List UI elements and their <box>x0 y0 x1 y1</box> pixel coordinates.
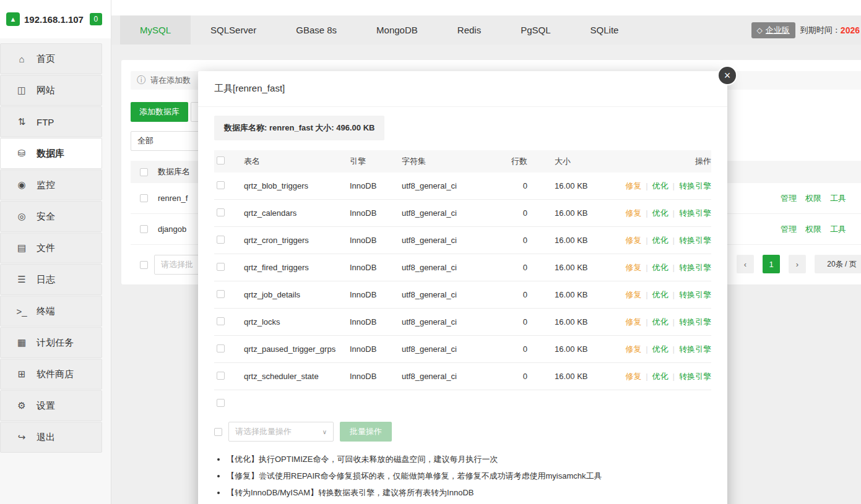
row-checkbox[interactable] <box>140 225 148 233</box>
select-all-checkbox[interactable] <box>140 168 148 176</box>
sidebar-item[interactable]: ◎ 安全 <box>0 201 102 232</box>
table-ops: 修复|优化|转换引擎 <box>623 341 711 357</box>
manage-link[interactable]: 管理 <box>781 193 797 204</box>
optimize-link[interactable]: 优化 <box>652 372 668 381</box>
optimize-link[interactable]: 优化 <box>652 317 668 327</box>
optimize-link[interactable]: 优化 <box>652 344 668 354</box>
db-type-tab[interactable]: PgSQL <box>501 15 570 45</box>
sidebar-item[interactable]: ↪ 退出 <box>0 422 102 453</box>
convert-engine-link[interactable]: 转换引擎 <box>679 181 711 190</box>
sidebar-item[interactable]: ⌂ 首页 <box>0 43 102 74</box>
perm-link[interactable]: 权限 <box>805 224 821 235</box>
tab-label: MongoDB <box>376 25 418 35</box>
table-size: 16.00 KB <box>530 315 623 329</box>
sidebar-item[interactable]: >_ 终端 <box>0 296 102 327</box>
sidebar-item[interactable]: ▤ 文件 <box>0 233 102 263</box>
page-size-select[interactable]: 20条 / 页 <box>815 255 861 273</box>
sidebar-item[interactable]: ☰ 日志 <box>0 264 102 295</box>
convert-engine-link[interactable]: 转换引擎 <box>679 236 711 245</box>
table-row: qrtz_fired_triggers InnoDB utf8_general_… <box>214 254 711 281</box>
sidebar-item[interactable]: ◫ 网站 <box>0 75 102 106</box>
sidebar-item[interactable]: ⊞ 软件商店 <box>0 359 102 390</box>
prev-page-button[interactable]: ‹ <box>737 255 754 273</box>
sidebar-item[interactable]: ⛁ 数据库 <box>0 138 102 169</box>
tool-link[interactable]: 工具 <box>830 193 846 204</box>
convert-engine-link[interactable]: 转换引擎 <box>679 317 711 327</box>
sidebar-item[interactable]: ⇅ FTP <box>0 106 102 137</box>
optimize-link[interactable]: 优化 <box>652 208 668 218</box>
convert-engine-link[interactable]: 转换引擎 <box>679 372 711 381</box>
db-type-tab[interactable]: Redis <box>438 15 501 45</box>
db-type-tab[interactable]: MySQL <box>120 15 191 45</box>
batch-action-dropdown[interactable]: 请选择批量操作 ∨ <box>228 422 334 442</box>
sidebar-item[interactable]: ⚙ 设置 <box>0 390 102 421</box>
sidebar-menu: ⌂ 首页 ◫ 网站 ⇅ FTP ⛁ 数据库 ◉ 监控 <box>0 43 111 453</box>
row-checkbox[interactable] <box>217 236 225 244</box>
row-checkbox[interactable] <box>217 399 225 407</box>
next-page-button[interactable]: › <box>789 255 806 273</box>
row-checkbox[interactable] <box>140 194 148 202</box>
repair-link[interactable]: 修复 <box>625 317 641 327</box>
message-count-badge: 0 <box>90 13 102 25</box>
help-note: 【修复】尝试使用REPAIR命令修复损坏的表，仅能做简单修复，若修复不成功请考虑… <box>227 471 711 482</box>
optimize-link[interactable]: 优化 <box>652 290 668 299</box>
separator: | <box>646 181 647 190</box>
table-charset: utf8_general_ci <box>402 206 480 220</box>
repair-link[interactable]: 修复 <box>625 181 641 190</box>
row-checkbox[interactable] <box>217 181 225 189</box>
table-name: qrtz_scheduler_state <box>244 369 350 385</box>
edition-badge[interactable]: ◇ 企业版 <box>751 22 795 38</box>
row-checkbox[interactable] <box>217 317 225 325</box>
convert-engine-link[interactable]: 转换引擎 <box>679 208 711 218</box>
optimize-link[interactable]: 优化 <box>652 181 668 190</box>
convert-engine-link[interactable]: 转换引擎 <box>679 290 711 299</box>
logs-icon: ☰ <box>15 274 28 285</box>
row-checkbox[interactable] <box>217 290 225 298</box>
repair-link[interactable]: 修复 <box>625 290 641 299</box>
optimize-link[interactable]: 优化 <box>652 263 668 272</box>
manage-link[interactable]: 管理 <box>781 224 797 235</box>
add-database-button[interactable]: 添加数据库 <box>131 102 188 122</box>
panel-logo-icon: ▲ <box>6 12 20 26</box>
tab-label: Redis <box>457 25 481 35</box>
files-icon: ▤ <box>15 242 28 254</box>
repair-link[interactable]: 修复 <box>625 344 641 354</box>
repair-link[interactable]: 修复 <box>625 208 641 218</box>
close-button[interactable]: × <box>717 66 737 85</box>
convert-engine-link[interactable]: 转换引擎 <box>679 263 711 272</box>
batch-checkbox[interactable] <box>140 261 148 269</box>
perm-link[interactable]: 权限 <box>805 193 821 204</box>
sidebar-item-label: 数据库 <box>37 148 64 160</box>
column-dbname: 数据库名 <box>158 166 190 177</box>
row-checkbox[interactable] <box>217 344 225 352</box>
row-checkbox[interactable] <box>217 263 225 271</box>
table-engine: InnoDB <box>350 260 402 275</box>
table-size: 16.00 KB <box>530 369 623 383</box>
db-type-tab[interactable]: MongoDB <box>357 15 438 45</box>
db-type-tab[interactable]: SQLServer <box>191 15 276 45</box>
table-rowcount: 0 <box>480 342 530 356</box>
db-type-tab[interactable]: SQLite <box>571 15 639 45</box>
database-icon: ⛁ <box>15 148 28 159</box>
sidebar-item-label: 网站 <box>37 85 55 96</box>
sidebar-item[interactable]: ◉ 监控 <box>0 169 102 200</box>
table-row: qrtz_blob_triggers InnoDB utf8_general_c… <box>214 173 711 200</box>
current-page[interactable]: 1 <box>763 255 780 273</box>
row-checkbox[interactable] <box>217 208 225 216</box>
diamond-icon: ◇ <box>757 26 763 35</box>
optimize-link[interactable]: 优化 <box>652 236 668 245</box>
batch-apply-button[interactable]: 批量操作 <box>340 422 392 442</box>
batch-checkbox[interactable] <box>214 428 222 436</box>
db-type-tab[interactable]: GBase 8s <box>276 15 357 45</box>
convert-engine-link[interactable]: 转换引擎 <box>679 344 711 354</box>
row-checkbox[interactable] <box>217 372 225 380</box>
sidebar-item[interactable]: ▦ 计划任务 <box>0 327 102 358</box>
tool-link[interactable]: 工具 <box>830 224 846 235</box>
repair-link[interactable]: 修复 <box>625 372 641 381</box>
select-all-checkbox[interactable] <box>217 156 225 164</box>
separator: | <box>673 236 675 245</box>
store-icon: ⊞ <box>15 369 28 380</box>
repair-link[interactable]: 修复 <box>625 263 641 272</box>
separator: | <box>673 372 675 381</box>
repair-link[interactable]: 修复 <box>625 236 641 245</box>
